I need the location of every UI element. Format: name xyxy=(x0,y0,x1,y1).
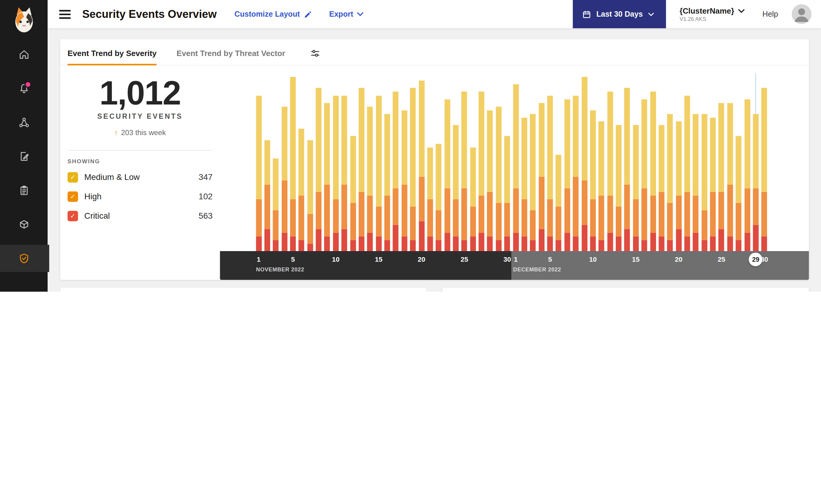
chart-bar[interactable] xyxy=(564,73,570,251)
user-avatar[interactable] xyxy=(792,4,812,24)
bar-segment-medium-low xyxy=(307,140,313,214)
notification-dot xyxy=(25,81,31,88)
chart-bar[interactable] xyxy=(393,73,399,251)
chart-bar[interactable] xyxy=(367,73,373,251)
tab-event-trend-by-threat-vector[interactable]: Event Trend by Threat Vector xyxy=(176,41,285,65)
chart-bar[interactable] xyxy=(401,73,407,251)
cluster-selector[interactable]: {ClusterName} V1.26 AKS xyxy=(680,6,745,22)
chart-bar[interactable] xyxy=(316,73,322,251)
chart-bar[interactable] xyxy=(410,73,416,251)
sidebar-item-policies[interactable] xyxy=(0,143,48,170)
chart-bar[interactable] xyxy=(573,73,579,251)
chart-bar[interactable] xyxy=(384,73,390,251)
chart-bar[interactable] xyxy=(444,73,450,251)
chart-bar[interactable] xyxy=(453,73,459,251)
chart-bar[interactable] xyxy=(736,73,742,251)
chart-bar[interactable] xyxy=(693,73,699,251)
sidebar-item-image-assurance[interactable] xyxy=(0,211,48,238)
chart-bar[interactable] xyxy=(324,73,330,251)
chart-bar[interactable] xyxy=(427,73,433,251)
chart-bar[interactable] xyxy=(273,73,279,251)
chart-bar[interactable] xyxy=(556,73,561,251)
chart-bar[interactable] xyxy=(607,73,613,251)
chart-bar[interactable] xyxy=(436,73,441,251)
severity-filter-row[interactable]: ✓Medium & Low347 xyxy=(60,167,220,187)
chart-bar[interactable] xyxy=(719,73,724,251)
severity-filter-row[interactable]: ✓High102 xyxy=(60,187,220,206)
chart-bar[interactable] xyxy=(547,73,553,251)
bar-segment-critical xyxy=(710,236,716,251)
customize-layout-button[interactable]: Customize Layout xyxy=(234,10,311,18)
chart-bar[interactable] xyxy=(710,73,716,251)
chart-bar[interactable] xyxy=(521,73,527,251)
chart-bar[interactable] xyxy=(341,73,347,251)
bar-segment-critical xyxy=(264,229,270,251)
chart-bar[interactable] xyxy=(650,73,656,251)
chart-bar[interactable] xyxy=(684,73,690,251)
sidebar-item-home[interactable] xyxy=(0,41,48,68)
bar-segment-medium-low xyxy=(273,158,279,210)
chart-bar[interactable] xyxy=(470,73,476,251)
tab-event-trend-by-severity[interactable]: Event Trend by Severity xyxy=(68,41,157,65)
severity-checkbox[interactable]: ✓ xyxy=(68,172,78,183)
chart-bar[interactable] xyxy=(598,73,604,251)
severity-checkbox[interactable]: ✓ xyxy=(68,191,78,202)
chart-bar[interactable] xyxy=(753,73,759,251)
chart-bar[interactable] xyxy=(419,73,424,251)
severity-filter-row[interactable]: ✓Critical563 xyxy=(60,206,220,226)
bar-segment-high xyxy=(504,203,510,236)
chart-bar[interactable] xyxy=(702,73,707,251)
chart-bar[interactable] xyxy=(590,73,596,251)
chart-bar[interactable] xyxy=(504,73,510,251)
bar-segment-critical xyxy=(547,236,553,251)
arrow-up-icon: ↑ xyxy=(114,128,118,137)
severity-checkbox[interactable]: ✓ xyxy=(68,211,78,221)
chart-bar[interactable] xyxy=(479,73,484,251)
chart-bar[interactable] xyxy=(487,73,493,251)
chart-bar[interactable] xyxy=(513,73,519,251)
chart-bar[interactable] xyxy=(744,73,750,251)
chart-bar[interactable] xyxy=(581,73,587,251)
bar-segment-high xyxy=(633,199,639,236)
chart-bar[interactable] xyxy=(281,73,287,251)
chart-bar[interactable] xyxy=(376,73,381,251)
bar-segment-critical xyxy=(350,240,356,251)
calico-logo[interactable] xyxy=(12,5,36,33)
sidebar-item-alerts[interactable] xyxy=(0,75,48,102)
chart-bar[interactable] xyxy=(676,73,682,251)
chart-bar[interactable] xyxy=(299,73,304,251)
chart-bar[interactable] xyxy=(461,73,467,251)
bar-segment-high xyxy=(624,184,630,229)
chart-bar[interactable] xyxy=(616,73,622,251)
date-range-button[interactable]: Last 30 Days xyxy=(573,0,666,28)
chart-bar[interactable] xyxy=(667,73,673,251)
chart-bar[interactable] xyxy=(359,73,364,251)
chart-bar[interactable] xyxy=(264,73,270,251)
chart-bar[interactable] xyxy=(727,73,733,251)
chart-bar[interactable] xyxy=(256,73,262,251)
chart-bar[interactable] xyxy=(307,73,313,251)
bar-segment-critical xyxy=(521,236,527,251)
chart-bar[interactable] xyxy=(333,73,339,251)
sidebar-item-service-graph[interactable] xyxy=(0,109,48,136)
bar-segment-high xyxy=(719,192,724,229)
help-link[interactable]: Help xyxy=(763,10,778,18)
chart-bar[interactable] xyxy=(539,73,544,251)
bar-segment-medium-low xyxy=(521,118,527,199)
axis-tick: 30 xyxy=(503,255,511,263)
chart-bar[interactable] xyxy=(762,73,767,251)
chart-bar[interactable] xyxy=(496,73,501,251)
trend-filter-settings-icon[interactable] xyxy=(310,49,320,58)
chart-bar[interactable] xyxy=(290,73,296,251)
chart-bar[interactable] xyxy=(624,73,630,251)
chart-bar[interactable] xyxy=(633,73,639,251)
sidebar-item-compliance[interactable] xyxy=(0,177,48,204)
chart-bar[interactable] xyxy=(530,73,536,251)
chart-bar[interactable] xyxy=(350,73,356,251)
export-button[interactable]: Export xyxy=(329,10,363,18)
chart-bar[interactable] xyxy=(642,73,647,251)
bar-segment-critical xyxy=(290,236,296,251)
menu-icon[interactable] xyxy=(59,10,71,18)
sidebar-item-security-events[interactable] xyxy=(0,245,49,272)
chart-bar[interactable] xyxy=(659,73,664,251)
